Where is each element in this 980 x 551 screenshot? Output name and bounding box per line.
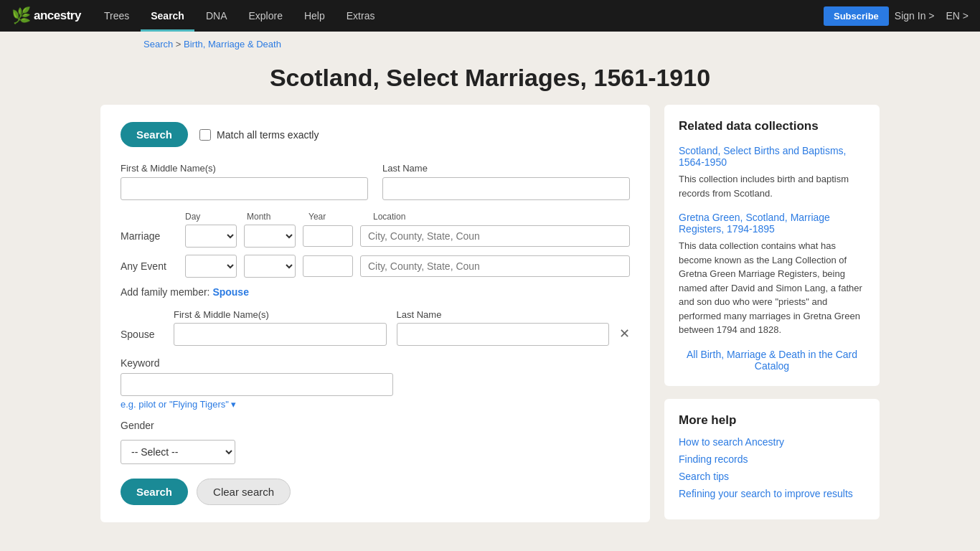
language-selector[interactable]: EN > <box>946 10 969 22</box>
any-event-month-select[interactable] <box>244 255 296 278</box>
any-event-label: Any Event <box>121 260 178 272</box>
search-button-top[interactable]: Search <box>121 122 188 147</box>
bottom-buttons: Search Clear search <box>121 479 630 505</box>
marriage-month-select[interactable] <box>244 225 296 248</box>
nav-item-explore[interactable]: Explore <box>238 0 292 32</box>
more-help-card: More help How to search Ancestry Finding… <box>664 399 880 519</box>
spouse-last-input[interactable] <box>397 323 610 346</box>
clear-search-button[interactable]: Clear search <box>197 479 291 505</box>
marriage-row: Marriage <box>121 225 630 248</box>
breadcrumb: Search > Birth, Marriage & Death <box>0 32 980 57</box>
spouse-first-input[interactable] <box>174 323 387 346</box>
nav-item-trees[interactable]: Trees <box>94 0 139 32</box>
help-link-2[interactable]: Search tips <box>679 471 865 482</box>
nav-right: Subscribe Sign In > EN > <box>824 6 969 26</box>
nav-item-dna[interactable]: DNA <box>196 0 237 32</box>
navbar: 🌿 ancestry Trees Search DNA Explore Help… <box>0 0 980 32</box>
any-event-row: Any Event <box>121 255 630 278</box>
help-link-3[interactable]: Refining your search to improve results <box>679 488 865 499</box>
first-name-group: First & Middle Name(s) <box>121 163 368 200</box>
gender-label: Gender <box>121 420 630 431</box>
nav-item-search[interactable]: Search <box>141 0 194 32</box>
related-collections-card: Related data collections Scotland, Selec… <box>664 105 880 386</box>
help-link-0[interactable]: How to search Ancestry <box>679 436 865 448</box>
location-header: Location <box>373 212 405 222</box>
page-title: Scotland, Select Marriages, 1561-1910 <box>0 64 980 92</box>
subscribe-button[interactable]: Subscribe <box>824 6 889 26</box>
search-button-bottom[interactable]: Search <box>121 479 188 505</box>
marriage-label: Marriage <box>121 230 178 242</box>
breadcrumb-child[interactable]: Birth, Marriage & Death <box>184 39 281 50</box>
spouse-inputs: First & Middle Name(s) Last Name <box>174 309 609 346</box>
breadcrumb-root[interactable]: Search <box>143 39 173 50</box>
collection2-link[interactable]: Gretna Green, Scotland, Marriage Registe… <box>679 212 865 235</box>
help-link-1[interactable]: Finding records <box>679 453 865 465</box>
collection1-link[interactable]: Scotland, Select Births and Baptisms, 15… <box>679 145 865 168</box>
logo[interactable]: 🌿 ancestry <box>11 6 81 25</box>
main-layout: Search Match all terms exactly First & M… <box>0 105 980 544</box>
spouse-first-group: First & Middle Name(s) <box>174 309 387 346</box>
catalog-link[interactable]: All Birth, Marriage & Death in the Card … <box>679 349 865 372</box>
related-title: Related data collections <box>679 119 865 133</box>
nav-item-help[interactable]: Help <box>294 0 335 32</box>
more-help-title: More help <box>679 413 865 428</box>
breadcrumb-separator: > <box>176 39 184 50</box>
search-top-bar: Search Match all terms exactly <box>121 122 630 147</box>
marriage-day-select[interactable] <box>185 225 237 248</box>
match-exact-checkbox[interactable] <box>199 129 211 141</box>
nav-links: Trees Search DNA Explore Help Extras <box>94 0 824 32</box>
right-panel: Related data collections Scotland, Selec… <box>664 105 880 519</box>
marriage-location-input[interactable] <box>360 225 630 247</box>
spouse-row: Spouse First & Middle Name(s) Last Name … <box>121 309 630 346</box>
year-header: Year <box>308 212 359 222</box>
any-event-location-input[interactable] <box>360 255 630 277</box>
spouse-last-label: Last Name <box>397 309 610 320</box>
nav-item-extras[interactable]: Extras <box>336 0 385 32</box>
last-name-group: Last Name <box>382 163 630 200</box>
add-family-section: Add family member: Spouse <box>121 286 630 298</box>
gender-select[interactable]: -- Select -- Male Female <box>121 440 235 464</box>
collection1-desc: This collection includes birth and bapti… <box>679 172 865 200</box>
month-header: Month <box>247 212 297 222</box>
keyword-input[interactable] <box>121 373 393 396</box>
any-event-year-input[interactable] <box>303 255 353 277</box>
name-row: First & Middle Name(s) Last Name <box>121 163 630 200</box>
marriage-year-input[interactable] <box>303 225 353 247</box>
last-name-label: Last Name <box>382 163 630 174</box>
add-spouse-link[interactable]: Spouse <box>212 286 249 298</box>
keyword-section: Keyword e.g. pilot or "Flying Tigers" ▾ <box>121 357 630 410</box>
logo-leaf-icon: 🌿 <box>11 6 31 25</box>
spouse-section: Spouse First & Middle Name(s) Last Name … <box>121 309 630 346</box>
spouse-last-group: Last Name <box>397 309 610 346</box>
search-panel: Search Match all terms exactly First & M… <box>100 105 650 522</box>
keyword-hint[interactable]: e.g. pilot or "Flying Tigers" ▾ <box>121 399 630 410</box>
match-exact-label[interactable]: Match all terms exactly <box>199 129 319 141</box>
spouse-label: Spouse <box>121 329 164 346</box>
logo-text: ancestry <box>34 9 81 23</box>
match-exact-text: Match all terms exactly <box>217 129 319 141</box>
spouse-first-label: First & Middle Name(s) <box>174 309 387 320</box>
day-header: Day <box>185 212 235 222</box>
any-event-day-select[interactable] <box>185 255 237 278</box>
add-family-label: Add family member: <box>121 286 209 298</box>
first-name-input[interactable] <box>121 177 368 200</box>
signin-link[interactable]: Sign In > <box>895 10 935 22</box>
keyword-label: Keyword <box>121 357 630 369</box>
date-headers: Day Month Year Location <box>121 212 630 222</box>
remove-spouse-button[interactable]: ✕ <box>619 326 630 346</box>
first-name-label: First & Middle Name(s) <box>121 163 368 174</box>
gender-section: Gender -- Select -- Male Female <box>121 420 630 464</box>
last-name-input[interactable] <box>382 177 630 200</box>
collection2-desc: This data collection contains what has b… <box>679 239 865 337</box>
